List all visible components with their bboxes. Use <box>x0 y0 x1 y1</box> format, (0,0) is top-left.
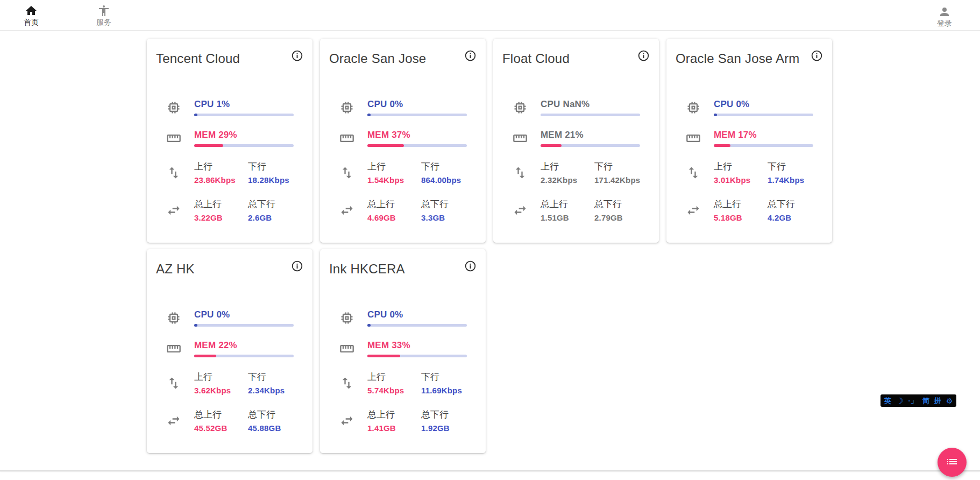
upload-value: 3.62Kbps <box>194 386 248 395</box>
total-upload-col: 总上行 1.51GB <box>541 198 594 222</box>
ime-pinyin-mode[interactable]: 拼 <box>934 397 941 404</box>
info-icon[interactable] <box>811 50 823 62</box>
total-upload-label: 总上行 <box>541 198 594 210</box>
up-down-arrows-icon <box>339 376 354 391</box>
download-col: 下行 1.74Kbps <box>768 160 821 185</box>
total-upload-label: 总上行 <box>714 198 768 210</box>
server-name: Float Cloud <box>502 51 570 66</box>
total-download-col: 总下行 45.88GB <box>248 408 302 433</box>
cpu-meter: CPU 0% <box>194 309 302 327</box>
upload-label: 上行 <box>194 160 248 173</box>
mem-label: MEM 17% <box>714 130 821 140</box>
chip-icon <box>339 310 354 326</box>
server-name: Oracle San Jose Arm <box>676 51 800 66</box>
total-download-label: 总下行 <box>421 408 475 421</box>
cpu-label: CPU 0% <box>367 99 475 110</box>
total-upload-value: 45.52GB <box>194 423 248 433</box>
mem-label: MEM 22% <box>194 340 302 351</box>
home-icon <box>25 3 38 17</box>
upload-col: 上行 3.01Kbps <box>714 160 768 185</box>
total-upload-col: 总上行 3.22GB <box>194 198 248 222</box>
download-label: 下行 <box>421 371 475 383</box>
cpu-row: CPU NaN% <box>513 99 648 116</box>
info-icon[interactable] <box>464 260 477 272</box>
nav-item-services[interactable]: 服务 <box>89 3 119 27</box>
info-icon[interactable] <box>291 260 303 272</box>
total-download-col: 总下行 1.92GB <box>421 408 475 433</box>
cpu-progress-bar <box>367 114 467 116</box>
total-upload-value: 1.51GB <box>541 213 594 222</box>
chip-icon <box>339 100 354 115</box>
ruler-icon <box>166 341 181 356</box>
mem-progress-bar <box>367 144 467 147</box>
mem-progress-fill <box>367 355 400 357</box>
mem-row: MEM 21% <box>513 130 648 147</box>
mem-progress-fill <box>194 355 216 357</box>
info-icon[interactable] <box>637 50 650 62</box>
server-name: Ink HKCERA <box>329 262 405 277</box>
ime-moon-icon[interactable]: ☽ <box>896 397 903 405</box>
net-total-row: 总上行 1.41GB 总下行 1.92GB <box>339 408 475 433</box>
chip-icon <box>513 100 528 115</box>
upload-value: 3.01Kbps <box>714 175 768 185</box>
card-rows: CPU NaN% MEM 21% 上行 2.32Kbps 下行 <box>513 99 648 222</box>
server-list-fab[interactable] <box>938 448 967 477</box>
server-card: Float Cloud CPU NaN% MEM 21% <box>493 39 659 243</box>
nav-item-home[interactable]: 首页 <box>16 3 46 27</box>
download-col: 下行 171.42Kbps <box>594 160 648 185</box>
total-upload-value: 3.22GB <box>194 213 248 222</box>
ime-simplified-mode[interactable]: 简 <box>922 397 929 404</box>
ime-punctuation-mode[interactable]: ·」 <box>908 397 917 404</box>
cpu-label: CPU 0% <box>194 309 302 320</box>
footer-divider <box>0 470 980 471</box>
total-download-label: 总下行 <box>248 198 302 210</box>
cpu-row: CPU 1% <box>166 99 302 116</box>
info-icon[interactable] <box>464 50 477 62</box>
card-rows: CPU 0% MEM 37% 上行 1.54Kbps 下行 <box>339 99 475 222</box>
cpu-label: CPU 0% <box>714 99 821 110</box>
upload-value: 23.86Kbps <box>194 175 248 185</box>
nav-item-login[interactable]: 登录 <box>929 4 960 29</box>
swap-horizontal-icon <box>339 203 354 218</box>
total-upload-label: 总上行 <box>367 198 421 210</box>
download-col: 下行 2.34Kbps <box>248 371 302 395</box>
upload-label: 上行 <box>194 371 248 383</box>
info-icon[interactable] <box>291 50 303 62</box>
upload-col: 上行 23.86Kbps <box>194 160 248 185</box>
mem-progress-bar <box>541 144 640 147</box>
server-name: Oracle San Jose <box>329 51 426 66</box>
upload-value: 5.74Kbps <box>367 386 421 395</box>
total-download-label: 总下行 <box>421 198 475 210</box>
server-name: Tencent Cloud <box>156 51 240 66</box>
total-download-value: 2.6GB <box>248 213 302 222</box>
download-label: 下行 <box>594 160 648 173</box>
upload-col: 上行 2.32Kbps <box>541 160 594 185</box>
total-upload-value: 1.41GB <box>367 423 421 433</box>
mem-meter: MEM 33% <box>367 340 475 357</box>
mem-meter: MEM 22% <box>194 340 302 357</box>
upload-label: 上行 <box>367 371 421 383</box>
upload-value: 2.32Kbps <box>541 175 594 185</box>
ruler-icon <box>686 131 701 146</box>
up-down-arrows-icon <box>686 165 701 180</box>
mem-label: MEM 33% <box>367 340 475 351</box>
net-speed-row: 上行 5.74Kbps 下行 11.69Kbps <box>339 371 475 395</box>
accessibility-icon <box>97 3 110 17</box>
chip-icon <box>166 310 181 326</box>
download-value: 171.42Kbps <box>594 175 648 185</box>
net-total-row: 总上行 1.51GB 总下行 2.79GB <box>513 198 648 222</box>
download-col: 下行 11.69Kbps <box>421 371 475 395</box>
up-down-arrows-icon <box>166 165 181 180</box>
mem-progress-bar <box>194 355 294 357</box>
download-col: 下行 864.00bps <box>421 160 475 185</box>
download-value: 2.34Kbps <box>248 386 302 395</box>
cpu-progress-fill <box>194 114 197 116</box>
nav-home-label: 首页 <box>24 18 39 27</box>
ime-gear-icon[interactable]: ⚙ <box>946 397 953 405</box>
chip-icon <box>166 100 181 115</box>
ime-english-mode[interactable]: 英 <box>884 397 891 404</box>
total-download-value: 45.88GB <box>248 423 302 433</box>
cpu-meter: CPU 1% <box>194 99 302 116</box>
mem-progress-fill <box>367 144 404 147</box>
top-nav: 首页 服务 登录 <box>0 0 980 31</box>
